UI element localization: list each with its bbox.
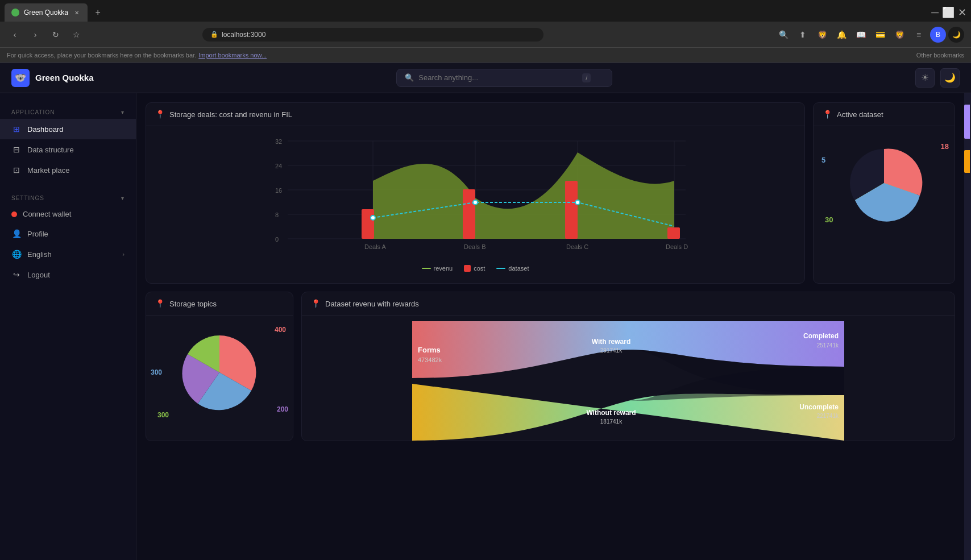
tab-title: Green Quokka xyxy=(24,9,68,16)
active-tab[interactable]: Green Quokka ✕ xyxy=(5,3,88,22)
brave-btn[interactable]: 🦁 xyxy=(891,27,907,43)
sidebar-item-marketplace[interactable]: ⊡ Market place xyxy=(0,160,136,180)
extensions-btn[interactable]: 🦁 xyxy=(814,27,830,43)
theme-toggle-light[interactable]: ☀ xyxy=(915,68,935,88)
settings-collapse-icon[interactable]: ▾ xyxy=(121,195,125,201)
profile-icon: 👤 xyxy=(11,229,22,239)
cost-square-icon xyxy=(464,265,471,272)
secure-icon: 🔒 xyxy=(210,31,218,38)
url-bar[interactable]: 🔒 localhost:3000 xyxy=(202,28,543,42)
window-close-btn[interactable]: ✕ xyxy=(958,6,966,19)
wallet-btn[interactable]: 💳 xyxy=(872,27,888,43)
sidebar-item-connect-wallet[interactable]: Connect wallet xyxy=(0,205,136,223)
legend-cost: cost xyxy=(464,265,485,272)
topics-value-400: 400 xyxy=(275,326,286,334)
dataset-value-5: 5 xyxy=(821,156,825,164)
svg-text:32: 32 xyxy=(275,138,282,145)
active-dataset-header: 📍 Active dataset xyxy=(814,103,955,126)
english-label: English xyxy=(27,250,52,259)
legend-revenu: revenu xyxy=(422,265,453,272)
right-panel-accent-2 xyxy=(964,150,970,173)
svg-text:Forms: Forms xyxy=(418,346,441,354)
bookmark-btn[interactable]: ☆ xyxy=(68,27,84,43)
svg-rect-16 xyxy=(565,181,578,239)
svg-text:251741k: 251741k xyxy=(817,342,839,349)
theme-toggle-dark[interactable]: 🌙 xyxy=(940,68,960,88)
window-restore-btn[interactable]: ⬜ xyxy=(942,6,955,19)
svg-text:Completed: Completed xyxy=(803,332,839,340)
storage-deals-title: Storage deals: cost and revenu in FIL xyxy=(169,110,292,119)
dashboard-icon: ⊞ xyxy=(11,124,22,134)
search-browser-btn[interactable]: 🔍 xyxy=(775,27,791,43)
dark-mode-profile[interactable]: 🌙 xyxy=(948,27,964,43)
bookmarks-text: For quick access, place your bookmarks h… xyxy=(7,52,196,59)
sidebar-market-label: Market place xyxy=(27,166,69,175)
cost-label: cost xyxy=(474,265,485,272)
svg-text:Deals A: Deals A xyxy=(364,243,387,250)
bottom-row: 📍 Storage topics 400 300 xyxy=(146,292,955,441)
right-panel-accent-1 xyxy=(964,105,970,139)
active-dataset-card: 📍 Active dataset xyxy=(813,102,955,284)
main-content: 📍 Storage deals: cost and revenu in FIL … xyxy=(136,93,964,560)
address-bar: ‹ › ↻ ☆ 🔒 localhost:3000 🔍 ⬆ 🦁 🔔 📖 💳 🦁 ≡… xyxy=(0,22,971,48)
chart-legend: revenu cost dataset xyxy=(155,260,795,274)
chart-svg-container: 32 24 16 8 0 xyxy=(155,135,795,260)
browser-chrome: Green Quokka ✕ + ─ ⬜ ✕ ‹ › ↻ ☆ 🔒 localho… xyxy=(0,0,971,63)
dataset-label: dataset xyxy=(508,265,529,272)
app-title: Green Quokka xyxy=(35,73,94,82)
search-bar[interactable]: 🔍 / xyxy=(396,69,612,87)
profile-avatar[interactable]: B xyxy=(930,27,946,43)
storage-topics-card: 📍 Storage topics 400 300 xyxy=(146,292,293,441)
share-btn[interactable]: ⬆ xyxy=(795,27,811,43)
chart-body: 32 24 16 8 0 xyxy=(146,126,804,283)
window-minimize-btn[interactable]: ─ xyxy=(931,7,939,19)
search-input[interactable] xyxy=(418,73,578,82)
marketplace-icon: ⊡ xyxy=(11,165,22,175)
sidebar-dashboard-label: Dashboard xyxy=(27,125,64,134)
svg-text:24: 24 xyxy=(275,163,282,169)
top-bar-actions: ☀ 🌙 xyxy=(915,68,960,88)
sidebar-item-profile[interactable]: 👤 Profile xyxy=(0,223,136,244)
profile-area[interactable]: B 🌙 xyxy=(930,27,964,43)
section-collapse-icon[interactable]: ▾ xyxy=(121,109,125,115)
storage-topics-pie: 400 300 200 300 xyxy=(146,316,293,429)
sidebar-data-label: Data structure xyxy=(27,146,74,154)
active-dataset-svg xyxy=(839,138,929,229)
dataset-revenu-card: 📍 Dataset revenu with rewards xyxy=(301,292,955,441)
active-dataset-icon: 📍 xyxy=(823,110,832,119)
storage-deals-header: 📍 Storage deals: cost and revenu in FIL xyxy=(146,103,804,126)
new-tab-btn[interactable]: + xyxy=(90,5,106,20)
top-row: 📍 Storage deals: cost and revenu in FIL … xyxy=(146,102,955,284)
svg-text:Deals C: Deals C xyxy=(566,243,588,250)
forward-btn[interactable]: › xyxy=(27,27,43,43)
import-bookmarks-link[interactable]: Import bookmarks now... xyxy=(198,52,267,59)
svg-point-18 xyxy=(371,215,375,220)
sidebar-item-dashboard[interactable]: ⊞ Dashboard xyxy=(0,119,136,139)
svg-text:Uncomplete: Uncomplete xyxy=(799,403,839,411)
search-shortcut: / xyxy=(582,73,591,82)
svg-text:291741k: 291741k xyxy=(600,347,623,354)
settings-section-label: SETTINGS ▾ xyxy=(0,188,136,205)
revenu-line-icon xyxy=(422,268,431,269)
menu-btn[interactable]: ≡ xyxy=(911,27,927,43)
svg-rect-14 xyxy=(362,209,374,239)
logout-label: Logout xyxy=(27,271,50,279)
sidebar-item-logout[interactable]: ↪ Logout xyxy=(0,264,136,285)
svg-text:181741k: 181741k xyxy=(600,418,623,425)
back-btn[interactable]: ‹ xyxy=(7,27,23,43)
storage-topics-title: Storage topics xyxy=(169,300,217,308)
svg-text:0: 0 xyxy=(275,236,279,243)
svg-rect-15 xyxy=(463,189,475,239)
sidebar-item-english[interactable]: 🌐 English › xyxy=(0,244,136,264)
sankey-svg: Forms 473482k With reward 291741k Withou… xyxy=(308,321,949,441)
tab-close-btn[interactable]: ✕ xyxy=(73,9,81,16)
refresh-btn[interactable]: ↻ xyxy=(48,27,64,43)
svg-text:Without reward: Without reward xyxy=(586,409,636,417)
svg-text:221741k: 221741k xyxy=(817,413,839,419)
sidebar-item-data-structure[interactable]: ⊟ Data structure xyxy=(0,139,136,160)
notification-btn[interactable]: 🔔 xyxy=(833,27,849,43)
logo: 🐨 Green Quokka xyxy=(11,69,94,87)
reader-view-btn[interactable]: 📖 xyxy=(853,27,869,43)
revenu-label: revenu xyxy=(434,265,453,272)
svg-text:16: 16 xyxy=(275,187,282,194)
